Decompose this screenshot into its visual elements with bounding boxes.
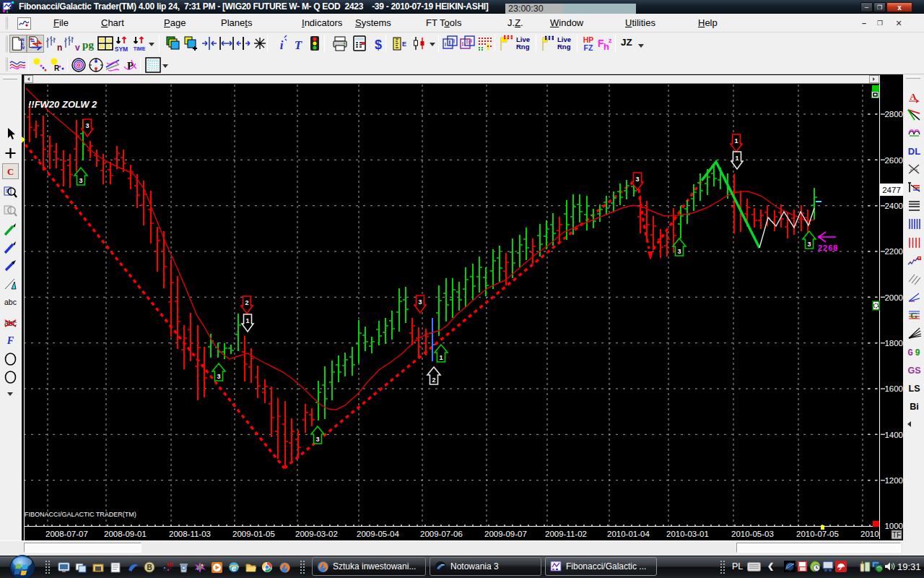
- svg-text:1400: 1400: [884, 431, 903, 439]
- svg-text:i: i: [280, 38, 284, 52]
- svg-text:3: 3: [217, 373, 220, 380]
- svg-text:E: E: [402, 40, 406, 48]
- svg-text:W: W: [21, 46, 25, 50]
- svg-text:2008-07-07: 2008-07-07: [45, 530, 88, 538]
- svg-text:2800: 2800: [884, 110, 903, 118]
- svg-text:2009-05-04: 2009-05-04: [357, 530, 399, 538]
- svg-text:2010-05-03: 2010-05-03: [731, 530, 774, 538]
- svg-text:T: T: [295, 38, 302, 52]
- svg-text:GS: GS: [907, 366, 920, 376]
- svg-text:LS: LS: [909, 384, 920, 394]
- svg-text:3: 3: [85, 122, 89, 129]
- svg-text:Bi: Bi: [910, 402, 919, 412]
- svg-text:TF: TF: [892, 531, 901, 539]
- svg-text:2010: 2010: [860, 530, 879, 538]
- svg-text:1: 1: [245, 317, 249, 324]
- svg-text:1: 1: [735, 155, 738, 162]
- svg-text:2009-11-02: 2009-11-02: [545, 530, 587, 538]
- svg-text:2010-01-04: 2010-01-04: [607, 530, 650, 538]
- svg-text:TIME: TIME: [134, 46, 146, 51]
- svg-text:2600: 2600: [884, 156, 903, 165]
- svg-text:2009-03-02: 2009-03-02: [295, 530, 338, 538]
- svg-text:2000: 2000: [884, 293, 903, 302]
- svg-text:2010-03-01: 2010-03-01: [666, 530, 709, 538]
- svg-text:FIBONACCI/GALACTIC TRADER(TM): FIBONACCI/GALACTIC TRADER(TM): [25, 511, 136, 518]
- svg-text:C: C: [7, 167, 14, 177]
- svg-text:4: 4: [8, 4, 12, 13]
- svg-text:2400: 2400: [884, 202, 903, 210]
- svg-text:$: $: [375, 38, 382, 52]
- svg-text:2008-11-03: 2008-11-03: [169, 530, 211, 538]
- svg-text:abc: abc: [4, 298, 17, 306]
- svg-text:3: 3: [677, 248, 681, 255]
- svg-text:pg: pg: [82, 39, 94, 51]
- svg-text:3: 3: [315, 436, 319, 443]
- svg-text:A: A: [910, 91, 917, 102]
- svg-text:R: R: [54, 64, 60, 72]
- svg-text:1: 1: [439, 354, 443, 361]
- svg-text:2: 2: [432, 376, 435, 384]
- svg-text:2008-09-01: 2008-09-01: [104, 530, 147, 538]
- svg-text:2009-09-07: 2009-09-07: [484, 530, 527, 538]
- svg-text:1: 1: [734, 137, 738, 144]
- svg-text:1600: 1600: [884, 384, 903, 393]
- svg-text:1000: 1000: [884, 522, 903, 530]
- svg-text:3: 3: [807, 241, 811, 248]
- svg-text:F: F: [6, 335, 14, 346]
- svg-text:z: z: [609, 37, 612, 44]
- svg-text:SYM: SYM: [115, 46, 128, 53]
- svg-text:2268: 2268: [818, 243, 838, 252]
- svg-text:3: 3: [418, 298, 422, 306]
- svg-text:1200: 1200: [884, 476, 903, 485]
- svg-text:2009-01-05: 2009-01-05: [232, 530, 275, 538]
- svg-text:9: 9: [915, 348, 920, 358]
- svg-text:2477: 2477: [882, 186, 901, 194]
- svg-text:G: G: [907, 348, 912, 358]
- svg-text:2200: 2200: [884, 247, 903, 256]
- svg-text:1800: 1800: [884, 339, 903, 348]
- svg-text:2010-07-05: 2010-07-05: [796, 530, 839, 538]
- svg-text:!!FW20 ZOLW 2: !!FW20 ZOLW 2: [28, 99, 97, 110]
- svg-text:n: n: [57, 43, 62, 53]
- svg-text:2: 2: [245, 299, 248, 306]
- svg-text:DL: DL: [908, 146, 920, 157]
- svg-text:3: 3: [79, 177, 82, 184]
- svg-text:2009-07-06: 2009-07-06: [420, 530, 463, 538]
- svg-text:3: 3: [635, 176, 639, 183]
